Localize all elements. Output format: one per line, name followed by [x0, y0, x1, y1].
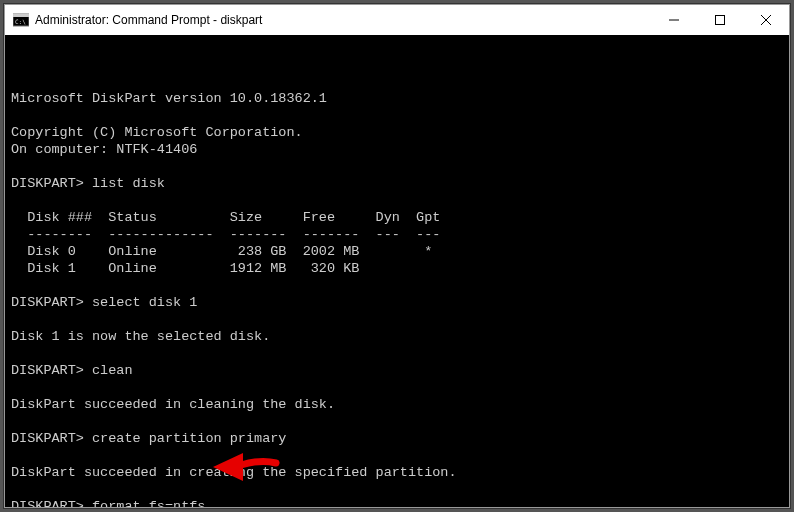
terminal-line: DISKPART> clean [11, 362, 783, 379]
terminal-line: DiskPart succeeded in creating the speci… [11, 464, 783, 481]
terminal-line [11, 192, 783, 209]
svg-rect-1 [13, 14, 29, 17]
svg-rect-4 [716, 16, 725, 25]
window-title: Administrator: Command Prompt - diskpart [35, 13, 651, 27]
terminal-line: DISKPART> list disk [11, 175, 783, 192]
command-prompt-window: C:\ Administrator: Command Prompt - disk… [4, 4, 790, 508]
terminal-line: DISKPART> select disk 1 [11, 294, 783, 311]
terminal-line [11, 413, 783, 430]
terminal-line: DiskPart succeeded in cleaning the disk. [11, 396, 783, 413]
svg-text:C:\: C:\ [15, 18, 26, 25]
terminal-line: On computer: NTFK-41406 [11, 141, 783, 158]
cmd-icon: C:\ [13, 12, 29, 28]
terminal-line: Disk 1 is now the selected disk. [11, 328, 783, 345]
terminal-line [11, 447, 783, 464]
terminal-line: Disk ### Status Size Free Dyn Gpt [11, 209, 783, 226]
terminal-line: Disk 0 Online 238 GB 2002 MB * [11, 243, 783, 260]
terminal-line: Copyright (C) Microsoft Corporation. [11, 124, 783, 141]
terminal-output[interactable]: Microsoft DiskPart version 10.0.18362.1 … [5, 35, 789, 507]
terminal-line: Disk 1 Online 1912 MB 320 KB [11, 260, 783, 277]
terminal-line [11, 158, 783, 175]
terminal-line [11, 311, 783, 328]
minimize-button[interactable] [651, 5, 697, 35]
terminal-line: Microsoft DiskPart version 10.0.18362.1 [11, 90, 783, 107]
terminal-line: -------- ------------- ------- ------- -… [11, 226, 783, 243]
titlebar[interactable]: C:\ Administrator: Command Prompt - disk… [5, 5, 789, 35]
terminal-line [11, 277, 783, 294]
terminal-line [11, 345, 783, 362]
terminal-line [11, 107, 783, 124]
terminal-line: DISKPART> create partition primary [11, 430, 783, 447]
terminal-line: DISKPART> format fs=ntfs [11, 498, 783, 507]
terminal-line [11, 73, 783, 90]
terminal-line [11, 481, 783, 498]
terminal-line [11, 379, 783, 396]
maximize-button[interactable] [697, 5, 743, 35]
close-button[interactable] [743, 5, 789, 35]
